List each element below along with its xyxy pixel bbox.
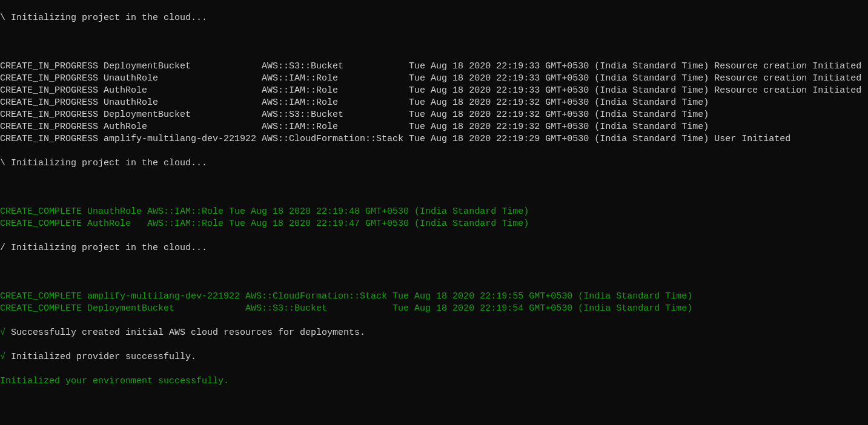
spinner-icon: \ xyxy=(0,13,5,23)
complete-row: CREATE_COMPLETE UnauthRole AWS::IAM::Rol… xyxy=(0,206,868,218)
spinner-line: \ Initializing project in the cloud... xyxy=(0,12,868,24)
success-line: √ Successfully created initial AWS cloud… xyxy=(0,327,868,339)
success-line: √ Initialized provider successfully. xyxy=(0,351,868,363)
progress-row: CREATE_IN_PROGRESS UnauthRole AWS::IAM::… xyxy=(0,97,868,109)
spinner-icon: / xyxy=(0,243,5,253)
spinner-line: / Initializing project in the cloud... xyxy=(0,242,868,254)
blank-line xyxy=(0,400,868,412)
progress-row: CREATE_IN_PROGRESS AuthRole AWS::IAM::Ro… xyxy=(0,85,868,97)
progress-row: CREATE_IN_PROGRESS DeploymentBucket AWS:… xyxy=(0,61,868,73)
blank-line xyxy=(0,36,868,48)
env-ok: Initialized your environment successfull… xyxy=(0,375,868,387)
blank-line xyxy=(0,266,868,278)
progress-row: CREATE_IN_PROGRESS UnauthRole AWS::IAM::… xyxy=(0,73,868,85)
check-icon: √ xyxy=(0,352,5,362)
terminal-output[interactable]: \ Initializing project in the cloud... C… xyxy=(0,0,868,425)
blank-line xyxy=(0,182,868,194)
spinner-icon: \ xyxy=(0,158,5,168)
complete-row: CREATE_COMPLETE amplify-multilang-dev-22… xyxy=(0,291,868,303)
complete-row: CREATE_COMPLETE DeploymentBucket AWS::S3… xyxy=(0,303,868,315)
check-icon: √ xyxy=(0,328,5,338)
progress-row: CREATE_IN_PROGRESS DeploymentBucket AWS:… xyxy=(0,109,868,121)
complete-row: CREATE_COMPLETE AuthRole AWS::IAM::Role … xyxy=(0,218,868,230)
progress-row: CREATE_IN_PROGRESS AuthRole AWS::IAM::Ro… xyxy=(0,121,868,133)
progress-row: CREATE_IN_PROGRESS amplify-multilang-dev… xyxy=(0,133,868,145)
spinner-line: \ Initializing project in the cloud... xyxy=(0,157,868,170)
